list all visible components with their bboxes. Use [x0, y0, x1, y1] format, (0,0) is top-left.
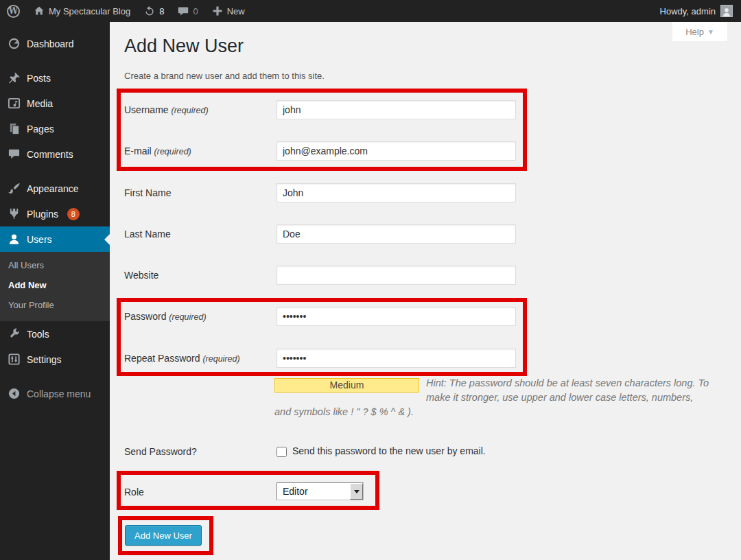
- send-password-checkbox[interactable]: [277, 447, 287, 457]
- role-selected-value: Editor: [277, 483, 350, 500]
- first-name-label: First Name: [124, 187, 171, 198]
- first-name-input[interactable]: [277, 183, 516, 202]
- collapse-arrow-icon: [8, 387, 21, 400]
- media-icon: [8, 97, 21, 110]
- select-dropdown-arrow-icon[interactable]: [350, 483, 363, 500]
- password-label: Password (required): [124, 311, 207, 322]
- menu-spacer: [0, 56, 110, 65]
- sidebar-item-label: Settings: [27, 354, 62, 365]
- plugin-icon: [8, 207, 21, 220]
- comment-count: 0: [193, 6, 198, 16]
- sidebar-item-tools[interactable]: Tools: [0, 321, 110, 347]
- comments-link[interactable]: 0: [171, 0, 204, 22]
- sidebar-item-dashboard[interactable]: Dashboard: [0, 31, 110, 56]
- sidebar-item-appearance[interactable]: Appearance: [0, 176, 110, 201]
- password-strength-meter: Medium: [274, 378, 419, 393]
- updates-link[interactable]: 8: [137, 0, 171, 22]
- menu-spacer: [0, 22, 110, 31]
- dashboard-icon: [8, 37, 21, 50]
- howdy-label: Howdy, admin: [660, 6, 716, 16]
- help-label: Help: [685, 27, 704, 37]
- sidebar-item-label: Dashboard: [27, 38, 74, 49]
- pushpin-icon: [8, 71, 21, 84]
- users-icon: [8, 233, 21, 246]
- page-subtitle: Create a brand new user and add them to …: [124, 71, 325, 81]
- plugin-update-badge: 8: [67, 208, 80, 220]
- sidebar-item-label: Tools: [27, 329, 49, 340]
- repeat-password-label: Repeat Password (required): [124, 353, 240, 364]
- user-silhouette-icon: [722, 7, 731, 16]
- send-password-label: Send Password?: [124, 446, 197, 457]
- help-tab[interactable]: Help ▼: [672, 22, 727, 41]
- sidebar-item-label: Posts: [27, 73, 51, 84]
- collapse-menu-button[interactable]: Collapse menu: [0, 381, 110, 406]
- website-label: Website: [124, 270, 158, 281]
- new-label: New: [227, 6, 245, 16]
- sidebar-item-plugins[interactable]: Plugins 8: [0, 201, 110, 226]
- paintbrush-icon: [8, 182, 21, 195]
- users-submenu: All Users Add New Your Profile: [0, 252, 110, 321]
- avatar: [720, 5, 733, 17]
- sidebar-item-pages[interactable]: Pages: [0, 116, 110, 141]
- sidebar-item-settings[interactable]: Settings: [0, 347, 110, 372]
- sidebar-item-label: Media: [27, 98, 53, 109]
- role-label: Role: [124, 487, 144, 498]
- submenu-item-add-new[interactable]: Add New: [0, 275, 110, 295]
- update-count: 8: [159, 6, 164, 16]
- sidebar-item-media[interactable]: Media: [0, 91, 110, 116]
- email-input[interactable]: [277, 141, 516, 161]
- page-title: Add New User: [124, 36, 244, 57]
- updates-icon: [144, 5, 155, 16]
- sidebar-item-users[interactable]: Users: [0, 226, 110, 252]
- sidebar-item-label: Pages: [27, 124, 54, 135]
- sidebar-item-comments[interactable]: Comments: [0, 141, 110, 167]
- sidebar-item-label: Plugins: [27, 209, 58, 220]
- site-name-label: My Spectacular Blog: [49, 6, 130, 16]
- submenu-item-all-users[interactable]: All Users: [0, 255, 110, 275]
- collapse-menu-label: Collapse menu: [27, 388, 91, 399]
- password-hint-block: Medium Hint: The password should be at l…: [274, 376, 711, 419]
- admin-sidebar: Dashboard Posts Media Pages Comments App…: [0, 22, 110, 560]
- submenu-item-your-profile[interactable]: Your Profile: [0, 295, 110, 315]
- settings-sliders-icon: [8, 353, 21, 366]
- menu-spacer: [0, 167, 110, 176]
- role-select[interactable]: Editor: [277, 482, 364, 500]
- new-content-menu[interactable]: New: [205, 0, 252, 22]
- last-name-input[interactable]: [277, 224, 516, 244]
- comment-bubble-icon: [178, 5, 189, 16]
- site-name-link[interactable]: My Spectacular Blog: [27, 0, 137, 22]
- sidebar-item-label: Comments: [27, 149, 73, 160]
- sidebar-item-label: Users: [27, 234, 52, 245]
- username-input[interactable]: [277, 100, 516, 119]
- pages-icon: [8, 122, 21, 135]
- password-input[interactable]: [277, 307, 516, 326]
- wordpress-logo-icon: W: [7, 5, 20, 18]
- email-label: E-mail (required): [124, 145, 191, 156]
- admin-bar: W My Spectacular Blog 8 0 New Howdy, adm…: [0, 0, 741, 22]
- website-input[interactable]: [277, 266, 516, 285]
- home-icon: [34, 5, 45, 16]
- comments-icon: [8, 148, 21, 161]
- sidebar-item-posts[interactable]: Posts: [0, 65, 110, 91]
- main-content: Help ▼ Add New User Create a brand new u…: [110, 22, 741, 560]
- send-password-checkbox-label: Send this password to the new user by em…: [292, 445, 486, 456]
- wp-logo-menu[interactable]: W: [0, 0, 27, 22]
- username-label: Username (required): [124, 104, 209, 115]
- plus-icon: [212, 5, 223, 16]
- chevron-down-icon: ▼: [707, 28, 714, 36]
- last-name-label: Last Name: [124, 229, 171, 240]
- sidebar-item-label: Appearance: [27, 183, 79, 194]
- wrench-icon: [8, 327, 21, 340]
- add-new-user-button[interactable]: Add New User: [125, 525, 202, 546]
- repeat-password-input[interactable]: [277, 349, 516, 368]
- account-menu[interactable]: Howdy, admin: [652, 5, 741, 17]
